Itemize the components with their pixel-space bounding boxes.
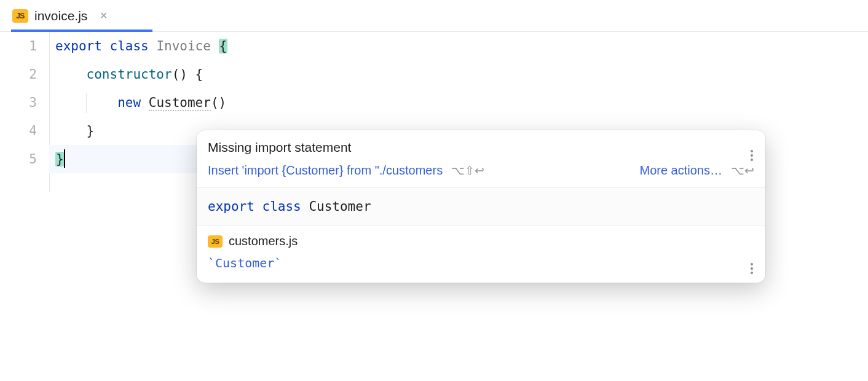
tab-close-icon[interactable]: ✕ [97,7,110,24]
token-keyword: export [208,199,254,214]
caret-icon [64,149,65,168]
gutter-line-number: 2 [0,60,37,88]
token-class-name: Customer [309,199,371,214]
intention-more-actions[interactable]: More actions… [640,163,723,178]
code-line[interactable]: constructor() { [49,60,227,88]
reference-text: `Customer` [208,256,282,270]
intention-source-file[interactable]: JS customers.js [197,226,765,251]
intention-title: Missing import statement [208,140,751,155]
code-line[interactable]: export class Invoice { [49,32,227,60]
indent [55,67,87,82]
token-keyword: export [55,39,102,53]
file-name: customers.js [229,234,298,248]
token-brace: } [87,124,95,138]
token-class-name: Invoice [156,39,211,53]
token-keyword: new [117,95,141,110]
indent [55,124,87,138]
code-line[interactable]: new Customer() [49,88,227,117]
more-vertical-icon [751,263,753,274]
token-brace: { [195,67,203,82]
intention-preview-code: export class Customer [197,188,765,225]
token-method: constructor [87,67,172,82]
gutter-line-number: 5 [0,145,37,173]
more-vertical-icon [751,150,753,161]
intention-popup: Missing import statement Insert 'import … [197,130,765,283]
intention-header: Missing import statement [197,130,765,161]
tab-bar: JS invoice.js ✕ [0,0,868,32]
intention-menu-button[interactable] [744,138,759,165]
token-keyword: class [262,199,301,214]
token-paren: () [172,67,187,82]
tab-invoice-js[interactable]: JS invoice.js ✕ [11,0,114,31]
gutter-line-number: 1 [0,32,37,60]
token-keyword: class [110,39,149,53]
matched-brace: } [55,152,65,167]
intention-menu-button[interactable] [744,250,759,278]
intention-reference[interactable]: `Customer` [197,251,765,283]
js-file-icon: JS [208,235,223,248]
matched-brace: { [219,39,228,53]
token-identifier-warning[interactable]: Customer [149,95,211,111]
shortcut-label: ⌥⇧↩ [451,163,484,178]
gutter-line-number: 3 [0,88,37,117]
intention-actions-row: Insert 'import {Customer} from "./custom… [197,161,765,187]
shortcut-label: ⌥↩ [731,163,754,178]
indent-guide-icon [86,93,87,113]
gutter: 1 2 3 4 5 [0,32,49,173]
token-paren: () [211,95,226,110]
intention-insert-import[interactable]: Insert 'import {Customer} from "./custom… [208,163,443,178]
js-file-icon: JS [12,9,28,23]
tab-filename: invoice.js [34,9,87,23]
gutter-line-number: 4 [0,117,37,145]
